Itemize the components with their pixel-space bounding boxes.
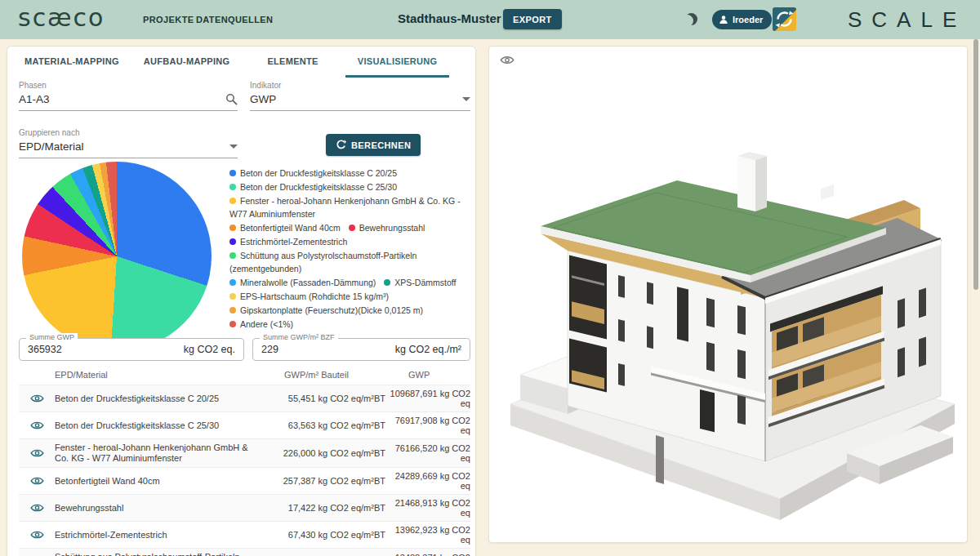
phasen-label: Phasen — [19, 81, 238, 90]
row-material: Beton der Druckfestigkeitsklasse C 25/30 — [55, 420, 263, 431]
row-visibility-toggle[interactable] — [19, 448, 55, 458]
row-visibility-toggle[interactable] — [19, 394, 55, 403]
vertical-scrollbar[interactable] — [973, 39, 978, 290]
legend-color-dot — [229, 170, 236, 176]
gruppieren-value: EPD/Material — [19, 140, 84, 153]
tab-elemente[interactable]: ELEMENTE — [255, 47, 330, 78]
summe-gwp-m2-field: Summe GWP/m² BZF 229 kg CO2 eq./m² — [252, 338, 470, 361]
dark-mode-moon-icon[interactable] — [685, 13, 697, 25]
row-gwp-m2: 226,000 kg CO2 eq/m²BT — [263, 448, 385, 458]
tab-material-mapping[interactable]: MATERIAL-MAPPING — [12, 47, 131, 78]
row-material: Schüttung aus Polystyrolschaumstoff-Part… — [55, 552, 263, 556]
summe-gwp-m2-unit: kg CO2 eq./m² — [395, 344, 461, 355]
legend-item: Beton der Druckfestigkeitsklasse C 25/30 — [229, 182, 397, 192]
nav-datenquellen[interactable]: DATENQUELLEN — [196, 15, 273, 24]
table-row: Betonfertigteil Wand 40cm257,387 kg CO2 … — [19, 467, 470, 494]
nav-projekte[interactable]: PROJEKTE — [143, 15, 194, 24]
legend-color-dot — [229, 225, 236, 231]
row-gwp: 109687,691 kg CO2 eq — [385, 389, 470, 408]
model-viewer-panel — [488, 46, 968, 543]
search-icon — [225, 93, 238, 105]
gwp-pie-chart[interactable] — [22, 162, 212, 351]
row-gwp: 76917,908 kg CO2 eq — [385, 416, 470, 435]
legend-color-dot — [229, 238, 236, 245]
table-row: Beton der Druckfestigkeitsklasse C 20/25… — [19, 385, 470, 411]
legend-row: Gipskartonplatte (Feuerschutz)(Dicke 0,0… — [229, 304, 473, 317]
legend-row: Schüttung aus Polystyrolschaumstoff-Part… — [229, 249, 473, 275]
legend-item: Betonfertigteil Wand 40cm — [229, 223, 341, 233]
legend-row: Mineralwolle (Fassaden-Dämmung)XPS-Dämms… — [229, 276, 473, 289]
person-icon — [719, 15, 728, 24]
row-gwp: 24289,669 kg CO2 eq — [385, 471, 470, 491]
row-gwp: 13488,371 kg CO2 eq — [385, 553, 470, 556]
legend-item: Fenster - heroal-Johann Henkenjohann Gmb… — [229, 196, 461, 219]
legend-row: Beton der Druckfestigkeitsklasse C 20/25 — [229, 167, 473, 180]
building-3d-model[interactable] — [496, 51, 961, 535]
indikator-value: GWP — [250, 93, 276, 105]
row-material: Betonfertigteil Wand 40cm — [55, 476, 263, 487]
legend-color-dot — [229, 252, 236, 259]
eye-icon — [30, 394, 44, 403]
tab-aufbau-mapping[interactable]: AUFBAU-MAPPING — [131, 47, 243, 78]
legend-color-dot — [229, 279, 236, 286]
table-header: EPD/Material GWP/m² Bauteil GWP — [19, 368, 470, 385]
material-table: EPD/Material GWP/m² Bauteil GWP Beton de… — [19, 368, 470, 556]
berechnen-label: BERECHNEN — [351, 140, 411, 150]
row-material: Fenster - heroal-Johann Henkenjohann Gmb… — [55, 443, 263, 464]
legend-color-dot — [229, 293, 236, 300]
tab-visualisierung[interactable]: VISUALISIERUNG — [345, 47, 450, 78]
row-material: Beton der Druckfestigkeitsklasse C 20/25 — [55, 394, 263, 404]
user-menu[interactable]: lroeder — [712, 10, 772, 29]
row-visibility-toggle[interactable] — [19, 530, 55, 540]
gruppieren-select[interactable]: Gruppieren nach EPD/Material — [19, 128, 238, 158]
row-visibility-toggle[interactable] — [19, 503, 55, 513]
tab-bar: MATERIAL-MAPPING AUFBAU-MAPPING ELEMENTE… — [12, 47, 449, 78]
phasen-value: A1-A3 — [19, 93, 50, 105]
gruppieren-label: Gruppieren nach — [19, 128, 238, 137]
chevron-down-icon — [229, 145, 238, 149]
table-row: Bewehrungsstahl17,422 kg CO2 eq/m²BT2146… — [19, 494, 470, 521]
user-name: lroeder — [733, 15, 763, 24]
eye-icon — [30, 530, 44, 540]
row-gwp-m2: 63,563 kg CO2 eq/m²BT — [263, 420, 385, 430]
eye-icon — [30, 476, 44, 486]
row-gwp: 13962,923 kg CO2 eq — [385, 525, 470, 545]
legend-item: Estrichmörtel-Zementestrich — [229, 237, 347, 247]
analysis-panel: MATERIAL-MAPPING AUFBAU-MAPPING ELEMENTE… — [7, 46, 476, 556]
table-row: Fenster - heroal-Johann Henkenjohann Gmb… — [19, 438, 470, 467]
summe-gwp-unit: kg CO2 eq. — [184, 344, 235, 355]
eye-icon — [30, 503, 44, 513]
legend-item: XPS-Dämmstoff — [384, 278, 456, 287]
table-row: Estrichmörtel-Zementestrich67,430 kg CO2… — [19, 521, 470, 548]
row-visibility-toggle[interactable] — [19, 420, 55, 430]
row-gwp: 21468,913 kg CO2 eq — [385, 498, 470, 518]
pie-legend: Beton der Druckfestigkeitsklasse C 20/25… — [229, 167, 473, 331]
legend-item: Bewehrungsstahl — [349, 223, 425, 233]
refresh-icon — [336, 140, 346, 150]
summe-gwp-m2-value: 229 — [261, 344, 278, 355]
eye-icon — [30, 448, 44, 458]
summe-gwp-value: 365932 — [28, 344, 62, 355]
indikator-label: Indikator — [250, 81, 470, 90]
summe-gwp-m2-label: Summe GWP/m² BZF — [260, 333, 338, 341]
material-table-body: Beton der Druckfestigkeitsklasse C 20/25… — [19, 385, 470, 556]
summe-gwp-label: Summe GWP — [26, 333, 78, 341]
chevron-down-icon — [462, 97, 470, 101]
row-material: Estrichmörtel-Zementestrich — [55, 530, 263, 540]
phasen-field[interactable]: Phasen A1-A3 — [19, 81, 238, 111]
scale-wordmark: SCALE — [848, 7, 966, 33]
legend-row: Betonfertigteil Wand 40cmBewehrungsstahl — [229, 221, 473, 234]
indikator-select[interactable]: Indikator GWP — [250, 81, 470, 111]
export-button[interactable]: EXPORT — [503, 9, 562, 29]
legend-color-dot — [229, 184, 236, 190]
row-gwp-m2: 55,451 kg CO2 eq/m²BT — [263, 394, 385, 403]
summe-gwp-field: Summe GWP 365932 kg CO2 eq. — [19, 338, 244, 361]
eye-icon — [30, 420, 44, 430]
legend-item: Schüttung aus Polystyrolschaumstoff-Part… — [229, 251, 416, 274]
legend-item: EPS-Hartschaum (Rohdichte 15 kg/m³) — [229, 291, 389, 301]
legend-item: Gipskartonplatte (Feuerschutz)(Dicke 0,0… — [229, 305, 423, 315]
scaeco-logo[interactable]: scæco — [18, 3, 105, 32]
berechnen-button[interactable]: BERECHNEN — [326, 134, 421, 156]
row-visibility-toggle[interactable] — [19, 476, 55, 486]
table-row: Schüttung aus Polystyrolschaumstoff-Part… — [19, 548, 470, 556]
